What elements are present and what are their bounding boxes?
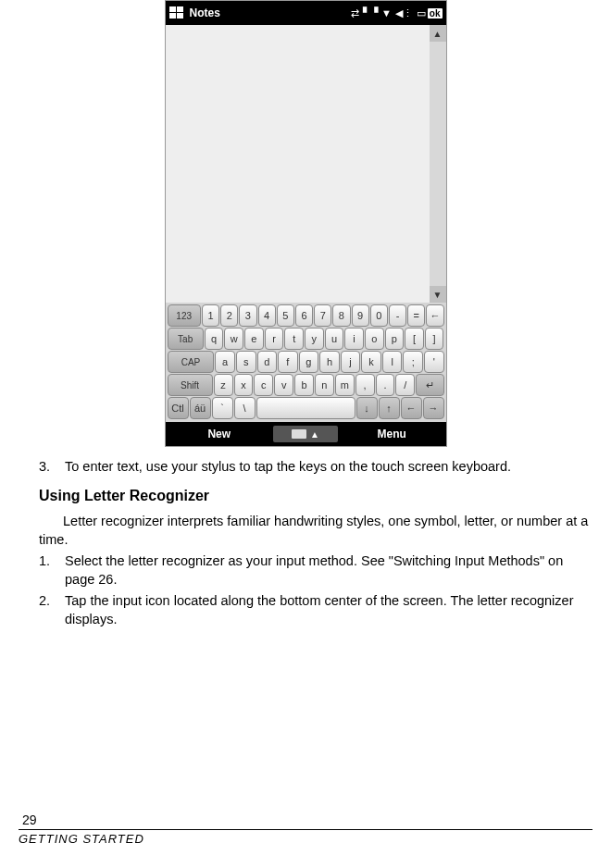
key-period[interactable]: . xyxy=(376,374,395,396)
step-2-text: Tap the input icon located along the bot… xyxy=(65,592,592,628)
key-v[interactable]: v xyxy=(274,374,293,396)
key-j[interactable]: j xyxy=(341,351,361,373)
softkey-new[interactable]: New xyxy=(166,428,274,440)
speaker-icon: ◀⋮ xyxy=(395,7,413,19)
sync-icon: ⇄ xyxy=(351,7,359,19)
svg-rect-0 xyxy=(169,6,176,12)
signal-icon: ▘▝ xyxy=(363,7,378,19)
app-title: Notes xyxy=(190,6,220,19)
svg-rect-2 xyxy=(169,13,176,19)
key-d[interactable]: d xyxy=(257,351,278,373)
chevron-up-icon: ▲ xyxy=(310,429,319,440)
page-number: 29 xyxy=(22,812,592,827)
key-tab[interactable]: Tab xyxy=(168,328,204,350)
antenna-icon: ▼ xyxy=(381,7,392,19)
key-r[interactable]: r xyxy=(265,328,284,350)
key-right[interactable]: → xyxy=(423,397,444,419)
key-k[interactable]: k xyxy=(361,351,381,373)
key-123[interactable]: 123 xyxy=(168,304,201,327)
key-enter[interactable]: ↵ xyxy=(416,374,443,396)
key-o[interactable]: o xyxy=(365,328,384,350)
key-p[interactable]: p xyxy=(385,328,405,350)
key-semicolon[interactable]: ; xyxy=(403,351,423,373)
document-body: 3. To enter text, use your stylus to tap… xyxy=(19,458,592,629)
intro-paragraph: Letter recognizer interprets familiar ha… xyxy=(39,513,592,549)
key-l[interactable]: l xyxy=(382,351,403,373)
key-equals[interactable]: = xyxy=(407,304,425,327)
key-accent[interactable]: áü xyxy=(190,397,211,419)
svg-rect-3 xyxy=(177,13,183,19)
key-rbracket[interactable]: ] xyxy=(425,328,444,350)
scrollbar[interactable]: ▲ ▼ xyxy=(430,25,446,303)
key-c[interactable]: c xyxy=(254,374,273,396)
battery-icon: ▭ xyxy=(417,7,426,19)
scroll-down-button[interactable]: ▼ xyxy=(430,286,446,303)
key-6[interactable]: 6 xyxy=(295,304,313,327)
on-screen-keyboard: 123 1 2 3 4 5 6 7 8 9 0 - = ← Tab q w e … xyxy=(166,303,446,422)
svg-rect-1 xyxy=(177,6,183,12)
key-z[interactable]: z xyxy=(214,374,233,396)
key-m[interactable]: m xyxy=(335,374,355,396)
key-backtick[interactable]: ` xyxy=(212,397,233,419)
step-1-number: 1. xyxy=(39,552,65,589)
input-panel-toggle[interactable]: ▲ xyxy=(273,426,338,442)
key-n[interactable]: n xyxy=(315,374,334,396)
section-heading: Using Letter Recognizer xyxy=(39,486,592,506)
key-8[interactable]: 8 xyxy=(332,304,350,327)
softkey-menu[interactable]: Menu xyxy=(338,428,446,440)
key-x[interactable]: x xyxy=(234,374,254,396)
key-down[interactable]: ↓ xyxy=(356,397,378,419)
device-screenshot: Notes ⇄ ▘▝ ▼ ◀⋮ ▭ ok ▲ ▼ 123 1 2 3 4 5 6 xyxy=(165,0,447,447)
key-1[interactable]: 1 xyxy=(202,304,219,327)
key-7[interactable]: 7 xyxy=(314,304,331,327)
step-3-text: To enter text, use your stylus to tap th… xyxy=(65,458,592,477)
key-lbracket[interactable]: [ xyxy=(405,328,424,350)
note-canvas[interactable]: ▲ ▼ xyxy=(166,25,446,303)
key-comma[interactable]: , xyxy=(355,374,375,396)
key-2[interactable]: 2 xyxy=(220,304,238,327)
key-up[interactable]: ↑ xyxy=(379,397,400,419)
key-t[interactable]: t xyxy=(284,328,304,350)
key-0[interactable]: 0 xyxy=(370,304,388,327)
key-backslash[interactable]: \ xyxy=(234,397,256,419)
step-1-text: Select the letter recognizer as your inp… xyxy=(65,552,592,589)
scroll-up-button[interactable]: ▲ xyxy=(430,25,446,42)
key-y[interactable]: y xyxy=(305,328,324,350)
key-u[interactable]: u xyxy=(325,328,344,350)
key-w[interactable]: w xyxy=(224,328,243,350)
key-e[interactable]: e xyxy=(244,328,264,350)
keyboard-icon xyxy=(292,429,306,439)
status-bar: Notes ⇄ ▘▝ ▼ ◀⋮ ▭ ok xyxy=(166,1,446,25)
step-2-number: 2. xyxy=(39,592,65,628)
key-g[interactable]: g xyxy=(299,351,319,373)
key-minus[interactable]: - xyxy=(389,304,406,327)
key-space[interactable] xyxy=(256,397,355,419)
ok-button[interactable]: ok xyxy=(428,8,443,19)
chapter-title: Getting Started xyxy=(19,832,592,846)
key-caps[interactable]: CAP xyxy=(168,351,215,373)
step-3-number: 3. xyxy=(39,458,65,477)
key-4[interactable]: 4 xyxy=(258,304,276,327)
key-h[interactable]: h xyxy=(319,351,340,373)
key-left[interactable]: ← xyxy=(401,397,422,419)
key-9[interactable]: 9 xyxy=(352,304,369,327)
key-i[interactable]: i xyxy=(344,328,364,350)
page-footer: 29 Getting Started xyxy=(19,812,592,846)
windows-start-icon[interactable] xyxy=(169,6,184,19)
key-a[interactable]: a xyxy=(215,351,235,373)
key-3[interactable]: 3 xyxy=(239,304,256,327)
key-backspace[interactable]: ← xyxy=(426,304,443,327)
key-quote[interactable]: ' xyxy=(424,351,444,373)
key-b[interactable]: b xyxy=(294,374,314,396)
key-q[interactable]: q xyxy=(205,328,224,350)
key-5[interactable]: 5 xyxy=(277,304,294,327)
softkey-bar: New ▲ Menu xyxy=(166,422,446,446)
key-shift[interactable]: Shift xyxy=(168,374,213,396)
key-ctl[interactable]: Ctl xyxy=(168,397,189,419)
key-f[interactable]: f xyxy=(278,351,298,373)
key-slash[interactable]: / xyxy=(395,374,415,396)
key-s[interactable]: s xyxy=(236,351,256,373)
